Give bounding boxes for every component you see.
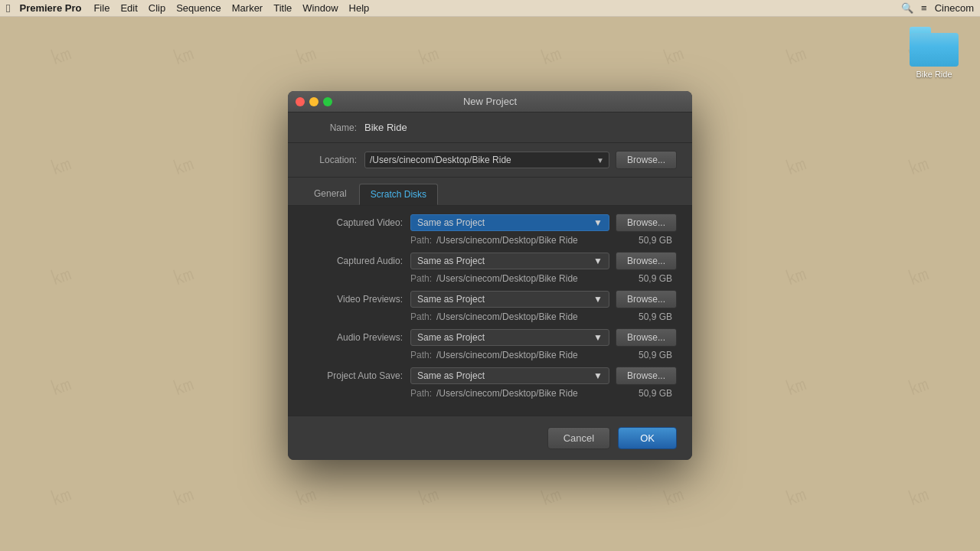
project-auto-save-value: Same as Project	[417, 370, 485, 381]
captured-video-path-label: Path:	[410, 235, 432, 246]
notification-icon[interactable]: ≡	[921, 2, 927, 14]
captured-video-path-row: Path: /Users/cinecom/Desktop/Bike Ride 5…	[303, 235, 677, 246]
captured-audio-size: 50,9 GB	[626, 273, 672, 284]
menu-marker[interactable]: Marker	[232, 2, 263, 14]
captured-audio-label: Captured Audio:	[303, 256, 403, 266]
tabs-row: General Scratch Disks	[288, 178, 692, 206]
name-row: Name: Bike Ride	[288, 112, 692, 143]
video-previews-path-row: Path: /Users/cinecom/Desktop/Bike Ride 5…	[303, 311, 677, 322]
menu-sequence[interactable]: Sequence	[176, 2, 221, 14]
tab-general[interactable]: General	[303, 184, 358, 205]
captured-audio-dropdown[interactable]: Same as Project ▼	[410, 253, 609, 269]
menu-window[interactable]: Window	[302, 2, 338, 14]
audio-previews-path-value: /Users/cinecom/Desktop/Bike Ride	[436, 350, 626, 360]
chevron-down-icon: ▼	[596, 156, 604, 165]
captured-audio-path-row: Path: /Users/cinecom/Desktop/Bike Ride 5…	[303, 273, 677, 284]
audio-previews-dropdown[interactable]: Same as Project ▼	[410, 329, 609, 346]
audio-previews-path-row: Path: /Users/cinecom/Desktop/Bike Ride 5…	[303, 350, 677, 360]
chevron-down-icon: ▼	[593, 332, 603, 343]
chevron-down-icon: ▼	[593, 217, 603, 228]
button-row: Cancel OK	[288, 416, 692, 460]
new-project-dialog: New Project Name: Bike Ride Location: /U…	[288, 91, 692, 460]
maximize-button[interactable]	[323, 97, 332, 106]
chevron-down-icon: ▼	[593, 370, 603, 381]
captured-audio-row: Captured Audio: Same as Project ▼ Browse…	[303, 252, 677, 270]
audio-previews-section: Audio Previews: Same as Project ▼ Browse…	[303, 328, 677, 360]
name-value: Bike Ride	[364, 122, 407, 133]
cancel-button[interactable]: Cancel	[547, 427, 610, 449]
tab-scratch-disks[interactable]: Scratch Disks	[359, 184, 438, 205]
audio-previews-label: Audio Previews:	[303, 332, 403, 343]
menu-title[interactable]: Title	[273, 2, 292, 14]
captured-video-value: Same as Project	[417, 217, 485, 228]
window-controls	[296, 97, 332, 106]
project-auto-save-label: Project Auto Save:	[303, 370, 403, 381]
menu-clip[interactable]: Clip	[149, 2, 165, 14]
project-auto-save-section: Project Auto Save: Same as Project ▼ Bro…	[303, 367, 677, 399]
project-auto-save-browse-button[interactable]: Browse...	[616, 367, 677, 385]
app-name[interactable]: Premiere Pro	[19, 2, 81, 14]
menu-edit[interactable]: Edit	[120, 2, 137, 14]
captured-video-label: Captured Video:	[303, 217, 403, 228]
minimize-button[interactable]	[309, 97, 318, 106]
video-previews-size: 50,9 GB	[626, 311, 672, 322]
video-previews-row: Video Previews: Same as Project ▼ Browse…	[303, 290, 677, 308]
apple-menu[interactable]: 	[6, 2, 10, 15]
project-auto-save-dropdown[interactable]: Same as Project ▼	[410, 367, 609, 384]
video-previews-browse-button[interactable]: Browse...	[616, 290, 677, 308]
location-label: Location:	[303, 155, 357, 165]
project-auto-save-path-row: Path: /Users/cinecom/Desktop/Bike Ride 5…	[303, 388, 677, 399]
video-previews-section: Video Previews: Same as Project ▼ Browse…	[303, 290, 677, 322]
scratch-disks-content: Captured Video: Same as Project ▼ Browse…	[288, 206, 692, 416]
spotlight-icon[interactable]: 🔍	[901, 2, 913, 14]
dialog-overlay: New Project Name: Bike Ride Location: /U…	[0, 0, 980, 551]
dialog-title: New Project	[463, 96, 517, 107]
captured-audio-path-label: Path:	[410, 273, 432, 284]
location-row: Location: /Users/cinecom/Desktop/Bike Ri…	[288, 143, 692, 178]
captured-audio-path-value: /Users/cinecom/Desktop/Bike Ride	[436, 273, 626, 284]
project-auto-save-path-value: /Users/cinecom/Desktop/Bike Ride	[436, 388, 626, 399]
audio-previews-browse-button[interactable]: Browse...	[616, 328, 677, 347]
menu-file[interactable]: File	[93, 2, 109, 14]
project-auto-save-size: 50,9 GB	[626, 388, 672, 399]
brand-name: Cinecom	[935, 2, 974, 14]
location-browse-button[interactable]: Browse...	[616, 151, 677, 169]
dialog-titlebar: New Project	[288, 91, 692, 112]
captured-video-browse-button[interactable]: Browse...	[616, 214, 677, 232]
menubar-right: 🔍 ≡ Cinecom	[901, 2, 974, 14]
dialog-body: Name: Bike Ride Location: /Users/cinecom…	[288, 112, 692, 460]
captured-audio-section: Captured Audio: Same as Project ▼ Browse…	[303, 252, 677, 284]
audio-previews-row: Audio Previews: Same as Project ▼ Browse…	[303, 328, 677, 347]
captured-video-section: Captured Video: Same as Project ▼ Browse…	[303, 214, 677, 246]
video-previews-dropdown[interactable]: Same as Project ▼	[410, 291, 609, 308]
audio-previews-size: 50,9 GB	[626, 350, 672, 360]
project-auto-save-row: Project Auto Save: Same as Project ▼ Bro…	[303, 367, 677, 385]
audio-previews-path-label: Path:	[410, 350, 432, 360]
captured-video-path-value: /Users/cinecom/Desktop/Bike Ride	[436, 235, 626, 246]
chevron-down-icon: ▼	[593, 256, 603, 266]
menu-help[interactable]: Help	[349, 2, 370, 14]
desktop: ㎞㎞㎞㎞㎞㎞㎞㎞ ㎞㎞㎞㎞㎞㎞㎞㎞ ㎞㎞㎞㎞㎞㎞㎞㎞ ㎞㎞㎞㎞㎞㎞㎞㎞ ㎞㎞㎞㎞…	[0, 0, 980, 551]
close-button[interactable]	[296, 97, 305, 106]
captured-video-dropdown[interactable]: Same as Project ▼	[410, 214, 609, 231]
menubar:  Premiere Pro File Edit Clip Sequence M…	[0, 0, 980, 17]
project-auto-save-path-label: Path:	[410, 388, 432, 399]
location-path: /Users/cinecom/Desktop/Bike Ride	[370, 155, 511, 165]
name-label: Name:	[303, 122, 357, 133]
video-previews-path-value: /Users/cinecom/Desktop/Bike Ride	[436, 311, 626, 322]
video-previews-label: Video Previews:	[303, 294, 403, 305]
video-previews-value: Same as Project	[417, 294, 485, 305]
chevron-down-icon: ▼	[593, 294, 603, 305]
ok-button[interactable]: OK	[618, 427, 677, 449]
captured-audio-browse-button[interactable]: Browse...	[616, 252, 677, 270]
audio-previews-value: Same as Project	[417, 332, 485, 343]
location-dropdown[interactable]: /Users/cinecom/Desktop/Bike Ride ▼	[364, 152, 609, 168]
captured-video-row: Captured Video: Same as Project ▼ Browse…	[303, 214, 677, 232]
video-previews-path-label: Path:	[410, 311, 432, 322]
captured-video-size: 50,9 GB	[626, 235, 672, 246]
captured-audio-value: Same as Project	[417, 256, 485, 266]
